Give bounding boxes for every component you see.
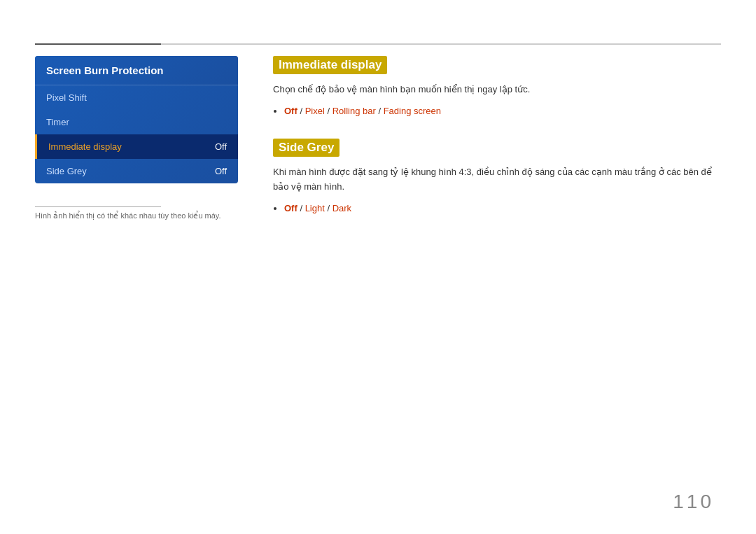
page-number: 110 — [673, 491, 714, 513]
opt-dark: Dark — [332, 203, 351, 213]
opt-off-1: Off — [284, 106, 298, 116]
footnote-divider — [35, 206, 161, 207]
section2-options-list: Off / Light / Dark — [284, 200, 721, 216]
left-panel: Screen Burn Protection Pixel Shift Timer… — [35, 56, 238, 183]
menu-item-pixel-shift[interactable]: Pixel Shift — [35, 85, 238, 110]
side-grey-value: Off — [215, 166, 227, 176]
menu-box: Screen Burn Protection Pixel Shift Timer… — [35, 56, 238, 183]
opt-sep5: / — [325, 203, 332, 213]
section2-desc: Khi màn hình được đặt sang tỷ lệ khung h… — [273, 165, 721, 195]
menu-item-side-grey[interactable]: Side Grey Off — [35, 159, 238, 183]
immediate-display-label: Immediate display — [48, 141, 122, 152]
section2-options: Off / Light / Dark — [284, 200, 721, 216]
footnote-text: Hình ảnh hiển thị có thể khác nhau tùy t… — [35, 211, 221, 220]
timer-label: Timer — [46, 117, 69, 127]
opt-light: Light — [305, 203, 325, 213]
opt-sep2: / — [325, 106, 332, 116]
opt-sep3: / — [376, 106, 384, 116]
opt-sep4: / — [298, 203, 305, 213]
section1-title: Immediate display — [273, 56, 387, 74]
right-panel: Immediate display Chọn chế độ bảo vệ màn… — [273, 56, 721, 236]
menu-title: Screen Burn Protection — [35, 56, 238, 85]
section-immediate-display: Immediate display Chọn chế độ bảo vệ màn… — [273, 56, 721, 119]
section1-desc: Chọn chế độ bảo vệ màn hình bạn muốn hiể… — [273, 83, 721, 97]
immediate-display-value: Off — [215, 141, 227, 152]
top-border — [35, 43, 721, 45]
side-grey-label: Side Grey — [46, 166, 87, 176]
section1-options-list: Off / Pixel / Rolling bar / Fading scree… — [284, 103, 721, 119]
opt-rolling: Rolling bar — [332, 106, 376, 116]
section2-title: Side Grey — [273, 139, 340, 157]
section1-options: Off / Pixel / Rolling bar / Fading scree… — [284, 103, 721, 119]
menu-item-immediate-display[interactable]: Immediate display Off — [35, 134, 238, 159]
opt-off-2: Off — [284, 203, 298, 213]
opt-fading: Fading screen — [384, 106, 441, 116]
section-side-grey: Side Grey Khi màn hình được đặt sang tỷ … — [273, 139, 721, 216]
opt-sep1: / — [298, 106, 305, 116]
menu-item-timer[interactable]: Timer — [35, 110, 238, 134]
pixel-shift-label: Pixel Shift — [46, 92, 87, 103]
opt-pixel: Pixel — [305, 106, 325, 116]
